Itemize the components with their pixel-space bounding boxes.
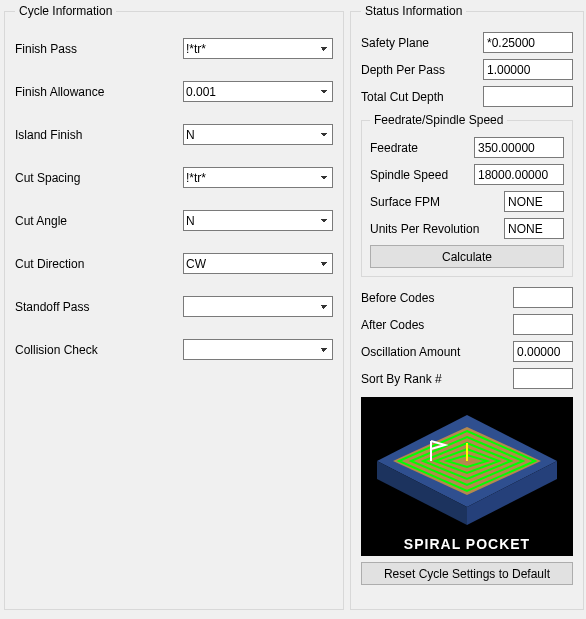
after-codes-input[interactable] bbox=[513, 314, 573, 335]
oscillation-amount-input[interactable] bbox=[513, 341, 573, 362]
feedrate-label: Feedrate bbox=[370, 141, 418, 155]
before-codes-label: Before Codes bbox=[361, 291, 434, 305]
island-finish-label: Island Finish bbox=[15, 128, 82, 142]
island-finish-combo[interactable]: N bbox=[183, 124, 333, 145]
surface-fpm-label: Surface FPM bbox=[370, 195, 440, 209]
spindle-speed-label: Spindle Speed bbox=[370, 168, 448, 182]
spindle-speed-input[interactable] bbox=[474, 164, 564, 185]
oscillation-amount-label: Oscillation Amount bbox=[361, 345, 460, 359]
before-codes-input[interactable] bbox=[513, 287, 573, 308]
cycle-information-legend: Cycle Information bbox=[15, 4, 116, 18]
feedrate-spindle-legend: Feedrate/Spindle Speed bbox=[370, 113, 507, 127]
units-per-rev-input[interactable] bbox=[504, 218, 564, 239]
collision-check-label: Collision Check bbox=[15, 343, 98, 357]
status-information-legend: Status Information bbox=[361, 4, 466, 18]
calculate-button[interactable]: Calculate bbox=[370, 245, 564, 268]
standoff-pass-combo[interactable] bbox=[183, 296, 333, 317]
surface-fpm-input[interactable] bbox=[504, 191, 564, 212]
cut-spacing-combo[interactable]: !*tr* bbox=[183, 167, 333, 188]
depth-per-pass-input[interactable] bbox=[483, 59, 573, 80]
cut-spacing-label: Cut Spacing bbox=[15, 171, 80, 185]
after-codes-label: After Codes bbox=[361, 318, 424, 332]
safety-plane-label: Safety Plane bbox=[361, 36, 429, 50]
cycle-illustration: SPIRAL POCKET bbox=[361, 397, 573, 556]
total-cut-depth-label: Total Cut Depth bbox=[361, 90, 444, 104]
cut-angle-combo[interactable]: N bbox=[183, 210, 333, 231]
sort-by-rank-input[interactable] bbox=[513, 368, 573, 389]
standoff-pass-label: Standoff Pass bbox=[15, 300, 90, 314]
finish-allowance-combo[interactable]: 0.001 bbox=[183, 81, 333, 102]
cycle-information-group: Cycle Information Finish Pass !*tr* Fini… bbox=[4, 4, 344, 610]
feedrate-input[interactable] bbox=[474, 137, 564, 158]
illustration-caption: SPIRAL POCKET bbox=[361, 536, 573, 552]
finish-allowance-label: Finish Allowance bbox=[15, 85, 104, 99]
safety-plane-input[interactable] bbox=[483, 32, 573, 53]
cut-angle-label: Cut Angle bbox=[15, 214, 67, 228]
spiral-pocket-icon bbox=[361, 397, 573, 556]
cut-direction-label: Cut Direction bbox=[15, 257, 84, 271]
sort-by-rank-label: Sort By Rank # bbox=[361, 372, 442, 386]
reset-cycle-button[interactable]: Reset Cycle Settings to Default bbox=[361, 562, 573, 585]
total-cut-depth-input[interactable] bbox=[483, 86, 573, 107]
status-information-group: Status Information Safety Plane Depth Pe… bbox=[350, 4, 584, 610]
depth-per-pass-label: Depth Per Pass bbox=[361, 63, 445, 77]
cut-direction-combo[interactable]: CW bbox=[183, 253, 333, 274]
feedrate-spindle-group: Feedrate/Spindle Speed Feedrate Spindle … bbox=[361, 113, 573, 277]
collision-check-combo[interactable] bbox=[183, 339, 333, 360]
units-per-rev-label: Units Per Revolution bbox=[370, 222, 479, 236]
finish-pass-combo[interactable]: !*tr* bbox=[183, 38, 333, 59]
finish-pass-label: Finish Pass bbox=[15, 42, 77, 56]
